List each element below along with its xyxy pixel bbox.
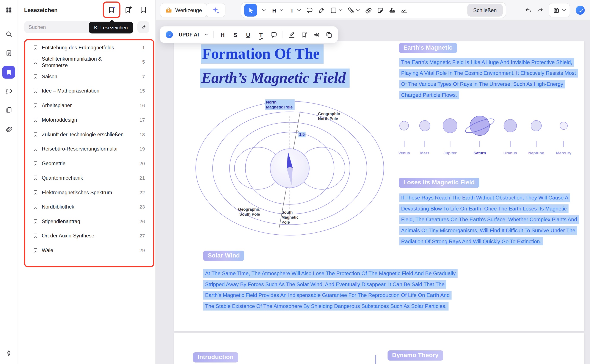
bookmark-item[interactable]: Wale 29 (25, 243, 153, 258)
edit-bookmarks-button[interactable] (137, 21, 149, 33)
ai-bookmark-button[interactable] (105, 3, 119, 17)
bookmark-label: Entstehung des Erdmagnetfelds (42, 44, 114, 51)
bookmark-icon (33, 175, 38, 181)
updf-ai-button[interactable]: UPDF AI (179, 32, 199, 37)
bookmark-item[interactable]: Motorraddesign 17 (25, 113, 153, 127)
measure-tool-button[interactable] (347, 7, 360, 14)
bookmark-icon (33, 219, 38, 224)
attachments-icon[interactable] (2, 122, 15, 135)
bookmarks-icon[interactable] (2, 66, 15, 78)
attachment-icon (365, 7, 372, 14)
signature-icon (401, 7, 408, 14)
bookmark-label: Geometrie (42, 160, 65, 167)
selection-context-toolbar: UPDF AI H S U T (160, 26, 338, 43)
bookmark-item[interactable]: Saison 7 (25, 69, 153, 84)
top-toolbar: Werkzeuge H T Schließen (156, 0, 590, 20)
label-south-magnetic-pole: South Magnetic Pole (281, 210, 302, 225)
updf-logo (165, 30, 173, 39)
comments-icon[interactable] (2, 85, 15, 98)
sticker-icon (377, 7, 384, 14)
underline-button[interactable]: U (244, 32, 252, 38)
updf-app-window: Lesezeichen KI-Lesezeichen Entstehung de… (0, 0, 590, 364)
comment-tool-button[interactable] (306, 7, 313, 14)
text-tool-button[interactable]: T (288, 7, 301, 13)
bookmark-item[interactable]: Nordbibliothek 23 (25, 200, 153, 214)
rewrite-icon (288, 31, 295, 38)
marker-tool-button[interactable] (318, 7, 325, 14)
ai-bookmark-tooltip: KI-Lesezeichen (89, 22, 133, 33)
rewrite-button[interactable] (288, 31, 295, 38)
highlighted-text-line: Animals Or Tiny Microorganisms, Will Fin… (399, 226, 577, 235)
bookmark-label: Stipendienantrag (42, 218, 80, 225)
highlighted-text-line: Stripped Away By Forces Such As The Sola… (203, 280, 446, 288)
shape-tool-button[interactable] (330, 7, 343, 14)
read-aloud-button[interactable] (313, 31, 320, 38)
squiggly-underline-button[interactable]: T (257, 32, 265, 38)
select-tool-button[interactable] (244, 4, 257, 16)
bookmark-item[interactable]: Idee – Mathepräsentation 15 (25, 84, 153, 98)
divider (213, 31, 214, 38)
heading-solar-wind: Solar Wind (203, 251, 244, 261)
paragraph-earths-magnetic: The Earth's Magnetic Field Is Like A Hug… (399, 58, 578, 102)
tools-button[interactable]: Werkzeuge (160, 3, 207, 17)
signature-tool-button[interactable] (401, 7, 408, 14)
bookmark-item[interactable]: Quantenmechanik 21 (25, 171, 153, 185)
bookmark-item[interactable]: Reisebüro-Reservierungsformular 19 (25, 142, 153, 156)
bookmark-item[interactable]: Entstehung des Erdmagnetfelds 1 (25, 40, 153, 55)
strikethrough-button[interactable]: S (232, 32, 239, 38)
undo-button[interactable] (525, 7, 532, 14)
bookmark-label: Ort der Auxin-Synthese (42, 233, 94, 239)
bookmark-item[interactable]: Ort der Auxin-Synthese 27 (25, 228, 153, 243)
bookmark-icon (33, 161, 38, 166)
save-button[interactable] (549, 3, 570, 17)
read-aloud-icon (313, 31, 320, 38)
add-bookmark-button[interactable] (122, 3, 135, 17)
bookmark-item[interactable]: Zukunft der Technologie erschließen 18 (25, 127, 153, 142)
heading-earths-magnetic: Earth's Magnetic (399, 43, 457, 53)
copy-button[interactable] (325, 31, 332, 38)
planet-label-saturn: Saturn (473, 151, 486, 155)
markup-tool-button[interactable]: H (271, 7, 283, 13)
apps-grid-icon[interactable] (2, 3, 15, 16)
bookmark-list-button[interactable] (136, 3, 150, 17)
redo-button[interactable] (537, 7, 544, 14)
bookmark-item[interactable]: Geometrie 20 (25, 156, 153, 171)
search-icon[interactable] (2, 27, 15, 40)
document-viewport: UPDF AI H S U T Formation Of The Earth’s… (156, 20, 590, 364)
bookmark-icon (33, 233, 38, 239)
highlighted-text-line: The Stable Existence Of The Atmosphere B… (203, 302, 448, 310)
add-bookmark-icon (300, 31, 307, 38)
chevron-down-icon (338, 9, 342, 11)
bookmark-item[interactable]: Arbeitsplaner 16 (25, 98, 153, 113)
select-cursor-icon (247, 7, 254, 14)
attachment-tool-button[interactable] (365, 7, 372, 14)
chevron-down-icon[interactable] (262, 9, 266, 11)
highlight-button[interactable]: H (219, 32, 227, 38)
sticker-tool-button[interactable] (377, 7, 384, 14)
pdf-page-1: Formation Of The Earth’s Magnetic Field (174, 41, 584, 331)
bookmark-page-number: 15 (140, 88, 145, 94)
copy-icon (325, 31, 332, 38)
pages-icon[interactable] (2, 104, 15, 116)
column-divider (376, 355, 376, 364)
close-button[interactable]: Schließen (467, 4, 503, 16)
add-bookmark-button[interactable] (300, 31, 307, 38)
bookmark-icon (33, 204, 38, 210)
bookmark-item[interactable]: Satellitenkommunikation & Stromnetze 5 (25, 55, 153, 69)
chevron-down-icon (562, 9, 566, 11)
chevron-down-icon[interactable] (204, 33, 208, 36)
bookmark-item[interactable]: Elektromagnetisches Spektrum 22 (25, 185, 153, 200)
ai-assistant-button[interactable] (206, 3, 225, 17)
stamp-tool-button[interactable] (389, 7, 396, 14)
comment-button[interactable] (270, 31, 277, 38)
updf-account-button[interactable] (575, 5, 585, 15)
bookmarks-panel: Lesezeichen KI-Lesezeichen Entstehung de… (17, 0, 156, 364)
planet-label-jupiter: Jupiter (443, 151, 456, 155)
pen-tool-icon[interactable] (2, 347, 15, 359)
page-thumbnails-icon[interactable] (2, 46, 15, 59)
undo-icon (525, 7, 532, 14)
bookmark-page-number: 26 (140, 219, 145, 224)
panel-title: Lesezeichen (24, 7, 58, 13)
bookmark-item[interactable]: Stipendienantrag 26 (25, 214, 153, 228)
ruler-icon (347, 7, 355, 14)
